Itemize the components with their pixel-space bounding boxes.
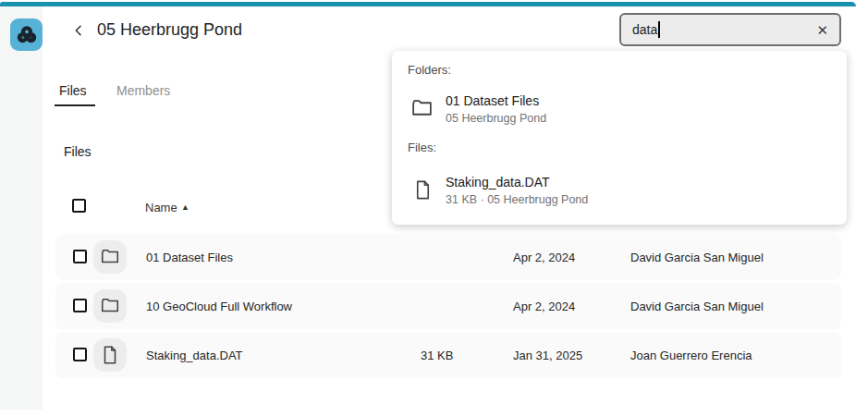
files-section-label: Files: [64, 144, 92, 159]
tab-members[interactable]: Members: [116, 83, 170, 98]
text-caret: [658, 21, 660, 38]
sidebar: [0, 6, 43, 410]
folders-group-label: Folders:: [408, 63, 451, 77]
page-title: 05 Heerbrugg Pond: [97, 20, 242, 40]
folder-icon: [100, 247, 120, 267]
search-results-dropdown: Folders: 01 Dataset Files 05 Heerbrugg P…: [392, 51, 847, 225]
files-group-label: Files:: [408, 141, 436, 154]
file-name[interactable]: Staking_data.DAT: [146, 349, 243, 362]
icon-chip: [93, 240, 127, 274]
result-location: 31 KB · 05 Heerbrugg Pond: [446, 193, 588, 206]
row-checkbox[interactable]: [73, 348, 87, 361]
result-location: 05 Heerbrugg Pond: [446, 112, 546, 125]
search-result-file[interactable]: Staking_data.DAT 31 KB · 05 Heerbrugg Po…: [392, 169, 847, 214]
file-owner: David Garcia San Miguel: [630, 300, 764, 313]
clear-search-icon[interactable]: ✕: [816, 23, 828, 37]
cloud-cluster-icon: [15, 23, 39, 47]
chevron-left-icon: [71, 23, 86, 38]
table-row[interactable]: 01 Dataset Files Apr 2, 2024 David Garci…: [55, 234, 841, 280]
table-row[interactable]: Staking_data.DAT 31 KB Jan 31, 2025 Joan…: [55, 332, 841, 378]
file-owner: David Garcia San Miguel: [630, 251, 764, 264]
file-modified-date: Jan 31, 2025: [513, 349, 582, 362]
geocloud-logo-icon[interactable]: [10, 18, 43, 51]
tab-files[interactable]: Files: [59, 83, 87, 98]
active-tab-underline: [55, 104, 95, 106]
file-owner: Joan Guerrero Erencia: [630, 349, 752, 362]
back-button[interactable]: [68, 20, 89, 41]
result-title: Staking_data.DAT: [446, 175, 550, 190]
result-title: 01 Dataset Files: [446, 93, 539, 108]
row-checkbox[interactable]: [73, 299, 87, 312]
file-icon: [412, 178, 434, 202]
file-size: 31 KB: [421, 349, 453, 362]
app-window: 05 Heerbrugg Pond data ✕ Files Members F…: [0, 0, 868, 416]
file-name[interactable]: 10 GeoCloud Full Workflow: [146, 300, 292, 313]
search-value: data: [632, 22, 657, 37]
select-all-checkbox[interactable]: [72, 199, 86, 213]
column-header-name[interactable]: Name: [145, 201, 177, 214]
row-checkbox[interactable]: [73, 250, 87, 263]
icon-chip: [93, 338, 127, 372]
search-result-folder[interactable]: 01 Dataset Files 05 Heerbrugg Pond: [392, 88, 847, 132]
icon-chip: [93, 289, 127, 323]
file-modified-date: Apr 2, 2024: [513, 300, 575, 313]
sort-ascending-icon[interactable]: ▲: [181, 202, 189, 212]
file-name[interactable]: 01 Dataset Files: [146, 251, 233, 264]
table-row[interactable]: 10 GeoCloud Full Workflow Apr 2, 2024 Da…: [55, 283, 841, 329]
folder-icon: [410, 97, 434, 120]
folder-icon: [100, 296, 120, 316]
search-input[interactable]: data ✕: [619, 13, 841, 46]
file-icon: [100, 345, 120, 365]
file-modified-date: Apr 2, 2024: [513, 251, 575, 264]
top-accent-bar: [0, 2, 856, 6]
